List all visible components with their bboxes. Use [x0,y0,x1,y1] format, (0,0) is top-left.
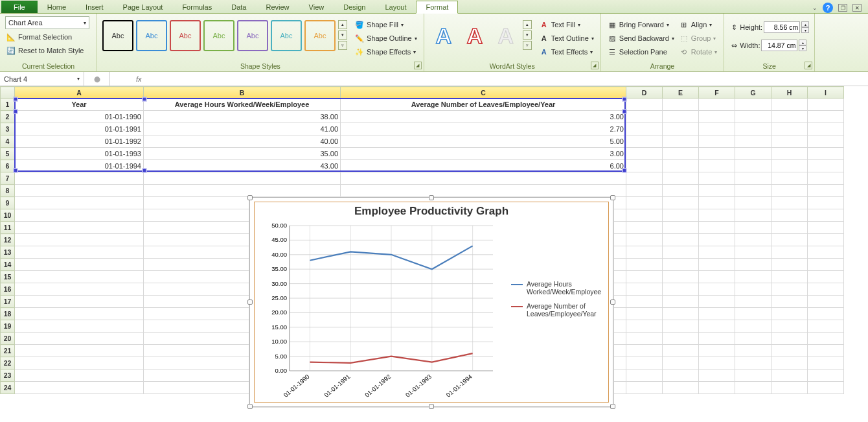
cell[interactable] [15,246,144,259]
formula-input[interactable] [147,73,868,85]
cell[interactable] [699,185,735,197]
cell[interactable] [771,197,808,209]
cell[interactable]: 38.00 [144,111,341,123]
row-header[interactable]: 9 [1,197,15,209]
cell[interactable] [771,209,808,222]
cell[interactable] [626,209,663,222]
tab-design[interactable]: Design [334,1,375,13]
cell[interactable] [663,369,699,382]
cell[interactable] [771,148,808,160]
cell[interactable]: 35.00 [144,148,341,160]
cell[interactable] [626,234,663,246]
cell[interactable] [663,345,699,357]
plot-area[interactable]: 0.005.0010.0015.0020.0025.0030.0035.0040… [261,222,501,403]
row-header[interactable]: 11 [1,222,15,234]
cell[interactable] [15,382,144,394]
text-fill-button[interactable]: A Text Fill ▾ [538,19,595,30]
cell[interactable] [699,308,735,320]
cell[interactable] [663,222,699,234]
column-header[interactable]: D [626,87,663,99]
cell[interactable] [808,123,844,135]
bring-forward-button[interactable]: ▦ Bring Forward ▾ [606,19,676,30]
cell[interactable] [15,172,144,185]
row-header[interactable]: 4 [1,135,15,148]
cell[interactable]: 01-01-1992 [15,135,144,148]
cell[interactable] [626,308,663,320]
cell[interactable] [735,160,771,172]
cell[interactable] [626,259,663,271]
cell[interactable] [663,296,699,308]
cell[interactable] [771,357,808,369]
cell[interactable] [808,111,844,123]
resize-handle[interactable] [247,299,253,305]
spin-down-icon[interactable]: ▾ [801,27,809,33]
text-effects-button[interactable]: A Text Effects ▾ [538,46,595,58]
cell[interactable] [663,320,699,333]
shape-style-5[interactable]: Abc [237,20,268,51]
shape-style-3[interactable]: Abc [170,20,201,51]
cell[interactable] [699,271,735,283]
width-input[interactable] [761,40,797,51]
cell[interactable] [626,148,663,160]
chart-area[interactable]: Employee Productivity Graph 0.005.0010.0… [254,202,609,403]
cell[interactable] [699,123,735,135]
cell[interactable]: 01-01-1991 [15,123,144,135]
cell[interactable] [771,369,808,382]
cell[interactable] [626,135,663,148]
cell[interactable] [735,369,771,382]
cell[interactable] [663,234,699,246]
cell[interactable] [808,135,844,148]
cell[interactable] [663,185,699,197]
cell[interactable] [626,185,663,197]
cell[interactable] [663,135,699,148]
cell[interactable]: 01-01-1994 [15,160,144,172]
column-header[interactable]: C [341,87,626,99]
gallery-down-icon[interactable]: ▾ [338,30,347,40]
cell[interactable] [808,185,844,197]
restore-window-icon[interactable]: ❐ [838,4,847,12]
cell[interactable] [735,345,771,357]
cell[interactable] [663,382,699,394]
expand-refedit-icon[interactable]: ⬤ [94,76,100,82]
wordart-gallery-nav[interactable]: ▴ ▾ ▿ [523,20,532,50]
cell[interactable] [735,320,771,333]
column-header[interactable]: B [144,87,341,99]
cell[interactable] [771,345,808,357]
cell[interactable] [15,369,144,382]
resize-handle[interactable] [247,404,253,409]
cell[interactable] [735,148,771,160]
minimize-ribbon-icon[interactable]: ⌄ [812,5,817,11]
shape-style-7[interactable]: Abc [304,20,336,51]
tab-home[interactable]: Home [38,1,76,13]
cell[interactable] [735,209,771,222]
cell[interactable]: 40.00 [144,135,341,148]
tab-file[interactable]: File [1,1,38,13]
cell[interactable] [663,123,699,135]
chart-object[interactable]: Employee Productivity Graph 0.005.0010.0… [249,197,613,407]
cell[interactable]: 3.00 [341,148,626,160]
group-button[interactable]: ⬚ Group ▾ [678,32,718,44]
tab-layout[interactable]: Layout [375,1,416,13]
tab-view[interactable]: View [299,1,334,13]
cell[interactable] [808,382,844,394]
cell[interactable] [626,160,663,172]
cell[interactable] [808,246,844,259]
cell[interactable] [808,345,844,357]
cell[interactable] [808,99,844,111]
cell[interactable]: Year [15,99,144,111]
row-header[interactable]: 21 [1,345,15,357]
row-header[interactable]: 23 [1,369,15,382]
cell[interactable] [771,259,808,271]
cell[interactable] [699,283,735,296]
shape-style-gallery-nav[interactable]: ▴ ▾ ▿ [338,20,347,50]
row-header[interactable]: 24 [1,382,15,394]
cell[interactable] [771,382,808,394]
cell[interactable] [735,296,771,308]
row-header[interactable]: 8 [1,185,15,197]
cell[interactable] [15,308,144,320]
shape-style-2[interactable]: Abc [136,20,167,51]
cell[interactable] [808,296,844,308]
cell[interactable] [15,271,144,283]
cell[interactable] [663,246,699,259]
cell[interactable] [808,369,844,382]
